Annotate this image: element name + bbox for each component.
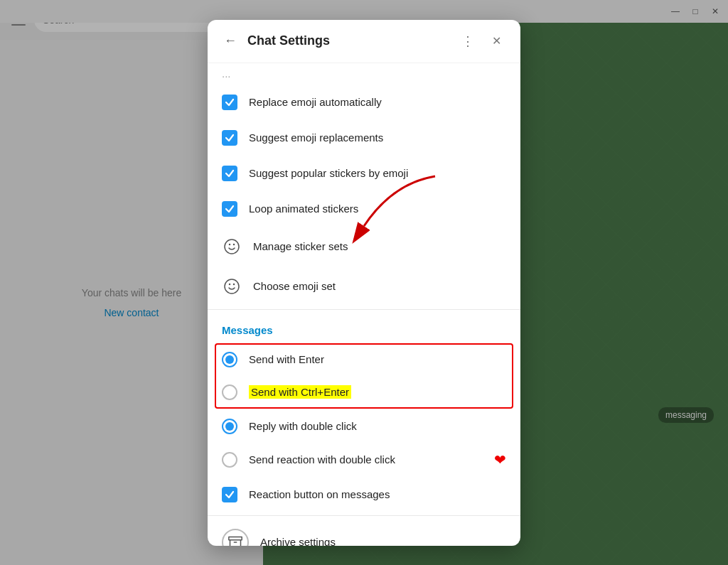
- emoji-icon: [222, 276, 242, 296]
- scrolled-item: ...: [208, 63, 520, 85]
- send-ctrl-enter-option[interactable]: Send with Ctrl+Enter: [208, 376, 520, 409]
- heart-icon: ❤: [494, 451, 506, 468]
- manage-stickers-label: Manage sticker sets: [253, 240, 506, 252]
- manage-stickers-item[interactable]: Manage sticker sets: [208, 227, 520, 267]
- checkmark-icon: [225, 490, 235, 500]
- dialog-close-button[interactable]: ✕: [486, 31, 506, 51]
- send-options-group: Send with Enter Send with Ctrl+Enter: [208, 343, 520, 409]
- send-enter-radio[interactable]: [222, 352, 237, 367]
- checkmark-icon: [225, 168, 235, 178]
- replace-emoji-item[interactable]: Replace emoji automatically: [208, 85, 520, 120]
- suggest-stickers-checkbox[interactable]: [222, 166, 237, 181]
- reaction-button-item[interactable]: Reaction button on messages: [208, 477, 520, 512]
- suggest-stickers-label: Suggest popular stickers by emoji: [249, 167, 506, 179]
- dialog-title: Chat Settings: [247, 33, 449, 48]
- dialog-overlay: ← Chat Settings ⋮ ✕ ... Replace emoji au…: [0, 0, 728, 565]
- send-enter-option[interactable]: Send with Enter: [208, 343, 520, 376]
- more-options-button[interactable]: ⋮: [458, 31, 478, 51]
- sticker-icon: [222, 237, 242, 257]
- svg-rect-6: [229, 537, 242, 539]
- suggest-replacements-label: Suggest emoji replacements: [249, 131, 506, 144]
- reply-double-click-label: Reply with double click: [249, 420, 357, 432]
- back-button[interactable]: ←: [222, 33, 239, 50]
- suggest-stickers-item[interactable]: Suggest popular stickers by emoji: [208, 156, 520, 191]
- reaction-double-click-label: Send reaction with double click: [249, 453, 395, 466]
- radio-selected-indicator: [225, 355, 234, 364]
- send-ctrl-enter-radio[interactable]: [222, 384, 237, 400]
- chat-settings-dialog: ← Chat Settings ⋮ ✕ ... Replace emoji au…: [208, 20, 520, 546]
- loop-stickers-label: Loop animated stickers: [249, 203, 506, 215]
- dialog-header: ← Chat Settings ⋮ ✕: [208, 20, 520, 63]
- reaction-button-label: Reaction button on messages: [249, 488, 506, 500]
- messages-section-title: Messages: [208, 313, 520, 342]
- suggest-replacements-checkbox[interactable]: [222, 130, 237, 146]
- checkmark-icon: [225, 133, 235, 143]
- choose-emoji-label: Choose emoji set: [253, 280, 506, 292]
- svg-point-3: [225, 279, 239, 294]
- reaction-double-click-option[interactable]: Send reaction with double click ❤: [208, 443, 520, 477]
- choose-emoji-item[interactable]: Choose emoji set: [208, 267, 520, 306]
- reply-double-click-radio[interactable]: [222, 419, 237, 434]
- section-divider-1: [208, 309, 520, 310]
- loop-stickers-checkbox[interactable]: [222, 201, 237, 217]
- dialog-content: ... Replace emoji automatically Su: [208, 63, 520, 546]
- send-ctrl-enter-label: Send with Ctrl+Enter: [249, 385, 351, 399]
- checkmark-icon: [225, 97, 235, 107]
- archive-settings-item[interactable]: Archive settings: [208, 519, 520, 546]
- radio-selected-indicator-2: [225, 422, 234, 431]
- archive-icon: [222, 529, 249, 546]
- checkmark-icon: [225, 204, 235, 214]
- reaction-button-checkbox[interactable]: [222, 487, 237, 502]
- reaction-double-click-radio[interactable]: [222, 452, 237, 468]
- archive-label: Archive settings: [260, 536, 336, 546]
- replace-emoji-label: Replace emoji automatically: [249, 96, 506, 108]
- loop-stickers-item[interactable]: Loop animated stickers: [208, 191, 520, 227]
- replace-emoji-checkbox[interactable]: [222, 95, 237, 110]
- svg-point-0: [225, 240, 239, 254]
- reply-double-click-option[interactable]: Reply with double click: [208, 410, 520, 443]
- section-divider-2: [208, 515, 520, 516]
- suggest-replacements-item[interactable]: Suggest emoji replacements: [208, 120, 520, 156]
- send-enter-label: Send with Enter: [249, 353, 324, 365]
